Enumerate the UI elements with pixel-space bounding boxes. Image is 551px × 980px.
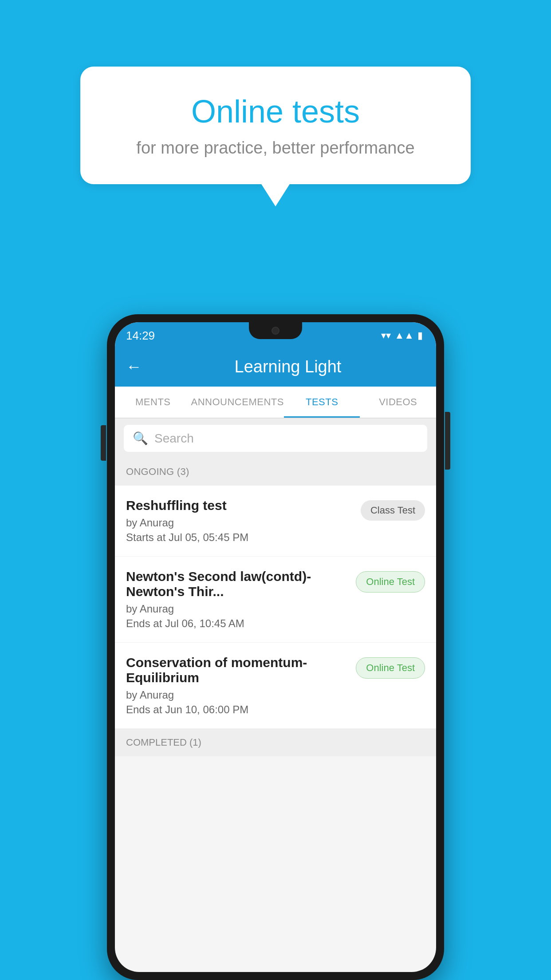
test-info-2: Newton's Second law(contd)-Newton's Thir… [126, 569, 349, 630]
test-date-2: Ends at Jul 06, 10:45 AM [126, 617, 349, 630]
search-bar[interactable]: 🔍 Search [124, 425, 427, 452]
test-name-2: Newton's Second law(contd)-Newton's Thir… [126, 569, 349, 599]
tab-videos[interactable]: VIDEOS [360, 387, 436, 418]
test-date-3: Ends at Jun 10, 06:00 PM [126, 703, 349, 716]
tab-ments[interactable]: MENTS [115, 387, 191, 418]
tab-tests[interactable]: TESTS [284, 387, 360, 418]
search-icon: 🔍 [133, 431, 148, 446]
speech-bubble-container: Online tests for more practice, better p… [80, 67, 471, 184]
test-badge-2: Online Test [356, 571, 425, 593]
speech-bubble: Online tests for more practice, better p… [80, 67, 471, 184]
test-name-3: Conservation of momentum-Equilibrium [126, 655, 349, 685]
search-placeholder: Search [154, 431, 194, 446]
status-icons: ▾▾ ▲▲ ▮ [381, 330, 423, 341]
phone-frame: 14:29 ▾▾ ▲▲ ▮ ← Learning Light MENTS ANN… [107, 314, 444, 980]
app-bar-title: Learning Light [151, 357, 425, 376]
test-item-3[interactable]: Conservation of momentum-Equilibrium by … [115, 643, 436, 729]
test-badge-1: Class Test [361, 500, 425, 521]
test-name-1: Reshuffling test [126, 498, 354, 513]
tab-announcements[interactable]: ANNOUNCEMENTS [191, 387, 284, 418]
test-author-2: by Anurag [126, 603, 349, 615]
test-author-3: by Anurag [126, 689, 349, 701]
camera-notch [272, 327, 279, 335]
bubble-title: Online tests [111, 93, 440, 130]
battery-icon: ▮ [417, 330, 423, 341]
app-bar: ← Learning Light [115, 347, 436, 387]
status-time: 14:29 [126, 329, 155, 343]
test-info-1: Reshuffling test by Anurag Starts at Jul… [126, 498, 354, 544]
test-item-1[interactable]: Reshuffling test by Anurag Starts at Jul… [115, 486, 436, 557]
test-date-1: Starts at Jul 05, 05:45 PM [126, 531, 354, 544]
search-container: 🔍 Search [115, 419, 436, 458]
bubble-subtitle: for more practice, better performance [111, 138, 440, 158]
signal-icon: ▲▲ [394, 330, 414, 341]
phone-notch [249, 322, 302, 339]
test-item-2[interactable]: Newton's Second law(contd)-Newton's Thir… [115, 557, 436, 643]
tabs-container: MENTS ANNOUNCEMENTS TESTS VIDEOS [115, 387, 436, 419]
wifi-icon: ▾▾ [381, 330, 391, 341]
phone-container: 14:29 ▾▾ ▲▲ ▮ ← Learning Light MENTS ANN… [107, 314, 444, 980]
ongoing-section-header: ONGOING (3) [115, 458, 436, 486]
test-author-1: by Anurag [126, 517, 354, 529]
back-button[interactable]: ← [126, 357, 142, 376]
test-info-3: Conservation of momentum-Equilibrium by … [126, 655, 349, 716]
test-list: Reshuffling test by Anurag Starts at Jul… [115, 486, 436, 729]
completed-section-header: COMPLETED (1) [115, 729, 436, 756]
test-badge-3: Online Test [356, 657, 425, 679]
phone-screen: 14:29 ▾▾ ▲▲ ▮ ← Learning Light MENTS ANN… [115, 322, 436, 972]
